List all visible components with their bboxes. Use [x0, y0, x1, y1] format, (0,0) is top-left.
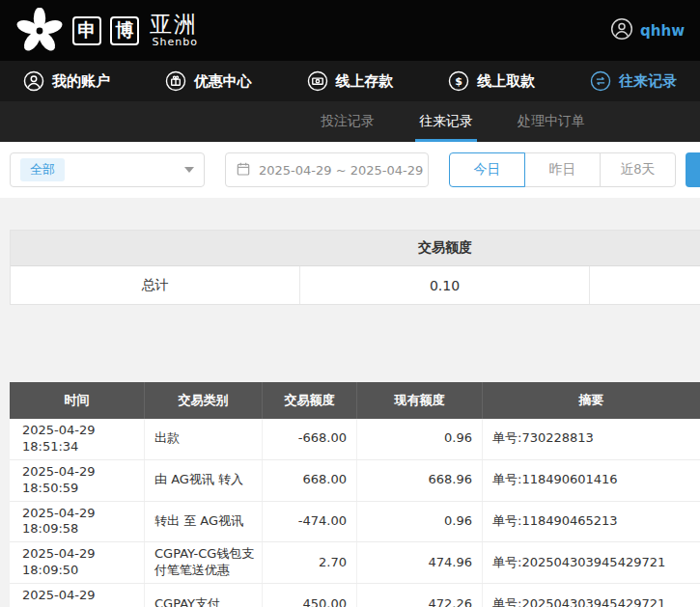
- transaction-type-select[interactable]: 全部: [10, 152, 205, 187]
- cell-type: 由 AG视讯 转入: [145, 460, 263, 501]
- brand-subtitle: Shenbo: [153, 36, 198, 48]
- cell-type: 出款: [145, 419, 263, 459]
- yesterday-button[interactable]: 昨日: [524, 152, 601, 187]
- withdraw-icon: $: [448, 70, 469, 92]
- col-header-memo: 摘要: [483, 382, 700, 419]
- cell-balance: 0.96: [357, 502, 483, 542]
- table-row: 2025-04-29 18:09:50 CGPAY-CG钱包支付笔笔送优惠 2.…: [10, 542, 700, 584]
- table-header-row: 时间 交易类别 交易额度 现有额度 摘要: [10, 382, 700, 419]
- transactions-table: 时间 交易类别 交易额度 现有额度 摘要 2025-04-29 18:51:34…: [10, 382, 700, 607]
- today-button[interactable]: 今日: [449, 152, 525, 187]
- cell-type: CGPAY-CG钱包支付笔笔送优惠: [145, 542, 263, 583]
- col-header-type: 交易类别: [145, 382, 263, 419]
- cell-type: 转出 至 AG视讯: [145, 502, 263, 542]
- summary-header-amount: 交易额度: [300, 239, 590, 257]
- cell-memo: 单号:202504303945429721: [483, 584, 700, 607]
- summary-total-label: 总计: [11, 266, 300, 304]
- top-header: 申 博 亚洲 Shenbo qhhw: [0, 0, 700, 61]
- cell-amount: -668.00: [263, 419, 357, 459]
- brand-char-shen: 申: [72, 16, 101, 45]
- cell-amount: 668.00: [263, 460, 357, 501]
- tab-transaction-records[interactable]: 往来记录: [419, 101, 473, 142]
- cell-amount: -474.00: [263, 502, 357, 542]
- cell-memo: 单号:118490601416: [483, 460, 700, 501]
- tab-pending-orders[interactable]: 处理中订单: [518, 101, 585, 142]
- date-range-value: 2025-04-29 ~ 2025-04-29: [259, 163, 423, 178]
- cell-amount: 2.70: [263, 542, 357, 583]
- main-navigation: 我的账户 优惠中心 线上存款 $ 线: [0, 61, 700, 101]
- last-8-days-button[interactable]: 近8天: [600, 152, 676, 187]
- records-subnav: 投注记录 往来记录 处理中订单: [0, 101, 700, 142]
- cell-memo: 单号:202504303945429721: [483, 542, 700, 583]
- table-row: 2025-04-29 18:50:59 由 AG视讯 转入 668.00 668…: [10, 460, 700, 502]
- cell-amount: 450.00: [263, 584, 357, 607]
- filter-bar: 全部 2025-04-29 ~ 2025-04-29 今日 昨日 近8天: [0, 142, 700, 198]
- brand-char-bo: 博: [110, 16, 139, 45]
- subnav-tabs: 投注记录 往来记录 处理中订单: [321, 101, 585, 142]
- summary-table: 交易额度 总计 0.10: [10, 230, 700, 305]
- summary-total-row: 总计 0.10: [11, 266, 700, 304]
- nav-item-my-account[interactable]: 我的账户: [23, 70, 110, 92]
- svg-text:$: $: [455, 75, 462, 88]
- table-row: 2025-04-29 18:09:50 CGPAY支付 450.00 472.2…: [10, 584, 700, 607]
- nav-item-promotions[interactable]: 优惠中心: [165, 70, 252, 92]
- user-avatar-icon: [610, 17, 633, 44]
- cell-balance: 668.96: [357, 460, 483, 501]
- cell-balance: 472.26: [357, 584, 483, 607]
- nav-item-label: 优惠中心: [194, 72, 252, 91]
- col-header-time: 时间: [10, 382, 145, 419]
- nav-item-label: 我的账户: [52, 72, 110, 91]
- deposit-icon: [307, 70, 328, 92]
- cell-time: 2025-04-29 18:09:50: [10, 584, 145, 607]
- brand-region-block: 亚洲 Shenbo: [150, 13, 198, 48]
- promo-icon: [165, 70, 186, 92]
- brand: 申 博 亚洲 Shenbo: [15, 7, 198, 55]
- cell-time: 2025-04-29 18:09:50: [10, 542, 145, 583]
- summary-total-empty: [590, 266, 700, 304]
- account-icon: [23, 70, 44, 92]
- plum-blossom-logo-icon: [15, 7, 64, 55]
- nav-item-label: 往来记录: [619, 72, 677, 91]
- summary-total-value: 0.10: [300, 266, 590, 304]
- cell-memo: 单号:730228813: [483, 419, 700, 459]
- cell-time: 2025-04-29 18:09:58: [10, 502, 145, 542]
- cell-type: CGPAY支付: [145, 584, 263, 607]
- nav-item-deposit[interactable]: 线上存款: [307, 70, 394, 92]
- col-header-balance: 现有额度: [357, 382, 483, 419]
- user-account-area[interactable]: qhhw: [610, 17, 685, 44]
- nav-item-withdraw[interactable]: $ 线上取款: [448, 70, 535, 92]
- cell-balance: 0.96: [357, 419, 483, 459]
- tab-betting-records[interactable]: 投注记录: [321, 101, 375, 142]
- table-row: 2025-04-29 18:51:34 出款 -668.00 0.96 单号:7…: [10, 419, 700, 460]
- brand-region: 亚洲: [150, 13, 198, 36]
- quick-date-buttons: 今日 昨日 近8天: [449, 152, 676, 187]
- cell-balance: 474.96: [357, 542, 483, 583]
- selected-type-chip: 全部: [20, 158, 65, 181]
- calendar-icon: [236, 161, 251, 179]
- cell-memo: 单号:118490465213: [483, 502, 700, 542]
- col-header-amount: 交易额度: [263, 382, 357, 419]
- table-row: 2025-04-29 18:09:58 转出 至 AG视讯 -474.00 0.…: [10, 502, 700, 543]
- nav-item-label: 线上存款: [336, 72, 394, 91]
- nav-item-records[interactable]: 往来记录: [590, 70, 677, 92]
- date-range-input[interactable]: 2025-04-29 ~ 2025-04-29: [225, 152, 429, 187]
- cell-time: 2025-04-29 18:51:34: [10, 419, 145, 459]
- search-button[interactable]: [686, 152, 700, 187]
- cell-time: 2025-04-29 18:50:59: [10, 460, 145, 501]
- records-icon: [590, 70, 611, 92]
- username-text: qhhw: [640, 22, 685, 40]
- nav-item-label: 线上取款: [477, 72, 535, 91]
- summary-header-row: 交易额度: [11, 231, 700, 266]
- chevron-down-icon: [184, 167, 194, 173]
